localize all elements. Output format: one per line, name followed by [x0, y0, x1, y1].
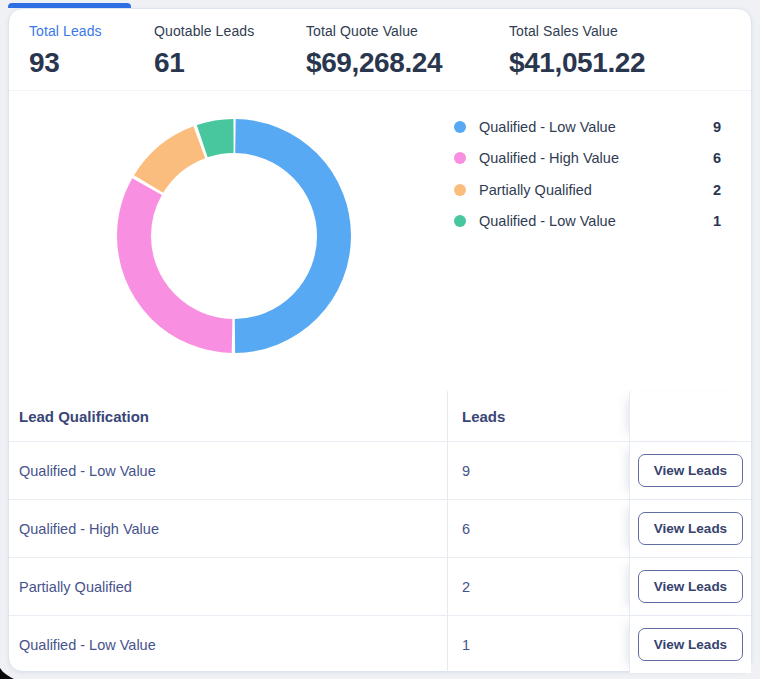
- table-row: Qualified - High Value 6 View Leads: [9, 499, 751, 557]
- legend-dot-icon: [454, 215, 466, 227]
- header-actions: [629, 391, 751, 441]
- donut-chart[interactable]: [114, 116, 354, 356]
- cell-leads-count: 2: [447, 558, 629, 615]
- view-leads-button[interactable]: View Leads: [638, 454, 743, 487]
- stat-label: Quotable Leads: [154, 23, 254, 39]
- tab-total-leads[interactable]: Total Leads 93: [29, 23, 102, 79]
- tab-total-sales-value[interactable]: Total Sales Value $41,051.22: [509, 23, 645, 79]
- tab-total-quote-value[interactable]: Total Quote Value $69,268.24: [306, 23, 442, 79]
- legend-item[interactable]: Qualified - High Value 6: [454, 143, 721, 175]
- donut-svg: [114, 116, 354, 356]
- table-row: Qualified - Low Value 1 View Leads: [9, 615, 751, 673]
- legend-label: Partially Qualified: [479, 182, 592, 198]
- legend-dot-icon: [454, 121, 466, 133]
- stat-value: 61: [154, 47, 254, 79]
- chart-legend: Qualified - Low Value 9 Qualified - High…: [454, 111, 721, 237]
- stat-value: $69,268.24: [306, 47, 442, 79]
- cell-actions: View Leads: [629, 500, 751, 557]
- cell-actions: View Leads: [629, 558, 751, 615]
- view-leads-button[interactable]: View Leads: [638, 570, 743, 603]
- active-tab-indicator: [8, 3, 131, 8]
- legend-value: 1: [713, 213, 721, 229]
- cell-actions: View Leads: [629, 442, 751, 499]
- tab-quotable-leads[interactable]: Quotable Leads 61: [154, 23, 254, 79]
- legend-label: Qualified - Low Value: [479, 119, 616, 135]
- dashboard-card: Total Leads 93 Quotable Leads 61 Total Q…: [8, 8, 752, 672]
- view-leads-button[interactable]: View Leads: [638, 628, 743, 661]
- legend-value: 9: [713, 119, 721, 135]
- stat-label: Total Quote Value: [306, 23, 442, 39]
- legend-label: Qualified - High Value: [479, 150, 619, 166]
- cell-leads-count: 6: [447, 500, 629, 557]
- legend-item[interactable]: Qualified - Low Value 1: [454, 206, 721, 238]
- header-lead-qualification: Lead Qualification: [9, 391, 447, 441]
- legend-value: 6: [713, 150, 721, 166]
- cell-qualification: Qualified - High Value: [9, 500, 447, 557]
- legend-value: 2: [713, 182, 721, 198]
- legend-item[interactable]: Partially Qualified 2: [454, 174, 721, 206]
- stat-value: $41,051.22: [509, 47, 645, 79]
- cell-leads-count: 1: [447, 616, 629, 673]
- table-row: Partially Qualified 2 View Leads: [9, 557, 751, 615]
- cell-qualification: Qualified - Low Value: [9, 616, 447, 673]
- stat-value: 93: [29, 47, 102, 79]
- legend-item[interactable]: Qualified - Low Value 9: [454, 111, 721, 143]
- legend-dot-icon: [454, 184, 466, 196]
- stats-row: Total Leads 93 Quotable Leads 61 Total Q…: [9, 9, 751, 91]
- cell-qualification: Partially Qualified: [9, 558, 447, 615]
- table-header-row: Lead Qualification Leads: [9, 391, 751, 441]
- legend-dot-icon: [454, 152, 466, 164]
- view-leads-button[interactable]: View Leads: [638, 512, 743, 545]
- legend-label: Qualified - Low Value: [479, 213, 616, 229]
- cell-leads-count: 9: [447, 442, 629, 499]
- header-leads: Leads: [447, 391, 629, 441]
- cell-actions: View Leads: [629, 616, 751, 673]
- lead-qualification-table: Lead Qualification Leads Qualified - Low…: [9, 391, 751, 673]
- table-row: Qualified - Low Value 9 View Leads: [9, 441, 751, 499]
- stat-label: Total Sales Value: [509, 23, 645, 39]
- stat-label: Total Leads: [29, 23, 102, 39]
- cell-qualification: Qualified - Low Value: [9, 442, 447, 499]
